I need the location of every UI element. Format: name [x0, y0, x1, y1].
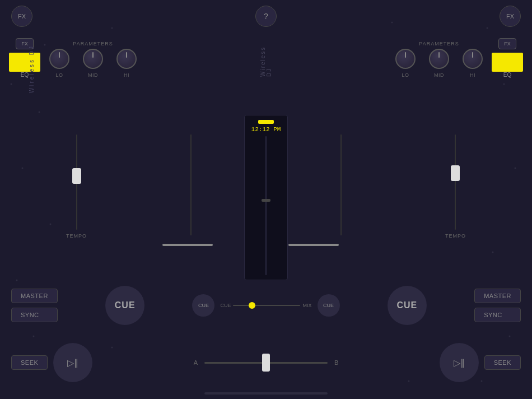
cue-mix-left-button[interactable]: CUE: [192, 294, 214, 317]
left-lo-knob-item: LO: [49, 49, 69, 78]
svg-point-4: [22, 168, 24, 169]
wireless-dj-label: Wireless DJ: [260, 48, 272, 76]
svg-point-14: [509, 336, 511, 337]
left-tempo-label: TEMPO: [66, 233, 87, 239]
left-lo-label: LO: [55, 72, 63, 78]
left-eq-display: [9, 53, 40, 72]
left-cue-button[interactable]: CUE: [105, 286, 144, 325]
left-tempo-fader: TEMPO: [66, 134, 87, 239]
right-params-label: PARAMETERS: [419, 41, 459, 47]
left-seek-button[interactable]: SEEK: [11, 355, 48, 370]
left-mid-knob-item: MID: [83, 49, 103, 78]
left-hi-knob-item: HI: [116, 49, 137, 78]
right-tempo-fader: TEMPO: [445, 134, 466, 239]
right-hi-label: HI: [470, 72, 475, 78]
mixer-center-panel: 12:12 PM: [244, 115, 288, 280]
cue-mix-right-button[interactable]: CUE: [318, 294, 340, 317]
left-lo-knob[interactable]: [49, 49, 69, 69]
eq-row: FX EQ PARAMETERS LO MID: [0, 38, 532, 78]
right-control-buttons: MASTER SYNC: [474, 289, 521, 322]
mixer-indicator: [258, 120, 274, 124]
svg-point-2: [11, 83, 12, 85]
center-cue-mix: CUE CUE MIX CUE: [192, 294, 339, 317]
right-lo-knob-item: LO: [395, 49, 416, 78]
crossfader-track[interactable]: [204, 362, 328, 364]
left-params-group: PARAMETERS LO MID HI: [49, 41, 137, 78]
crossfader-section: A B: [194, 359, 339, 366]
svg-point-7: [33, 336, 35, 337]
left-master-button[interactable]: MASTER: [11, 289, 58, 303]
crossfader-thumb[interactable]: [262, 354, 270, 372]
svg-point-12: [515, 168, 516, 169]
left-tempo-thumb[interactable]: [72, 168, 81, 184]
left-control-buttons: MASTER SYNC: [11, 289, 58, 322]
right-fx-small-button[interactable]: FX: [498, 38, 516, 49]
left-sync-button[interactable]: SYNC: [11, 308, 58, 322]
cue-buttons-row: MASTER SYNC CUE CUE CUE MIX CUE: [0, 286, 532, 325]
right-master-button[interactable]: MASTER: [474, 289, 521, 303]
right-hi-knob-item: HI: [463, 49, 483, 78]
mixer-fader-track[interactable]: [265, 136, 267, 275]
right-lo-knob[interactable]: [395, 49, 416, 69]
left-channel-fader[interactable]: [162, 244, 213, 246]
right-cue-button[interactable]: CUE: [388, 286, 427, 325]
right-eq-display: [492, 53, 523, 72]
right-tempo-track[interactable]: [455, 134, 456, 230]
left-eq-label: EQ: [21, 72, 29, 78]
bottom-indicator-bar: [204, 392, 328, 395]
right-play-button[interactable]: ▷∥: [440, 343, 479, 382]
right-mid-knob[interactable]: [429, 49, 449, 69]
left-transport: SEEK ▷∥: [11, 343, 92, 382]
crossfader-row: SEEK ▷∥ A B ▷∥ SEEK: [0, 343, 532, 382]
mix-slider-track[interactable]: [233, 305, 300, 306]
left-mid-knob[interactable]: [83, 49, 103, 69]
right-params-group: PARAMETERS LO MID HI: [395, 41, 483, 78]
right-channel-fader[interactable]: [288, 244, 339, 246]
right-eq-panel: FX EQ: [492, 38, 523, 78]
right-hi-knob[interactable]: [463, 49, 483, 69]
left-params-label: PARAMETERS: [73, 41, 113, 47]
left-tempo-track[interactable]: [76, 134, 77, 230]
right-eq-label: EQ: [503, 72, 511, 78]
crossfader-a-label: A: [194, 359, 198, 366]
left-volume-fader: [190, 134, 192, 235]
right-vol-track[interactable]: [340, 134, 342, 235]
svg-point-13: [492, 252, 494, 253]
left-eq-panel: FX EQ: [9, 38, 40, 78]
svg-point-8: [111, 27, 113, 29]
left-mid-label: MID: [88, 72, 98, 78]
mix-label-text: MIX: [302, 303, 311, 308]
left-fx-button[interactable]: FX: [11, 6, 32, 27]
top-row: FX ? FX: [0, 6, 532, 27]
right-transport: ▷∥ SEEK: [440, 343, 521, 382]
svg-point-10: [487, 27, 488, 29]
left-play-button[interactable]: ▷∥: [53, 343, 92, 382]
svg-point-5: [50, 224, 52, 225]
svg-point-11: [503, 83, 505, 85]
right-seek-button[interactable]: SEEK: [484, 355, 521, 370]
svg-point-6: [16, 280, 18, 281]
mixer-fader-thumb[interactable]: [262, 199, 270, 202]
cue-label-text: CUE: [220, 303, 231, 308]
svg-point-3: [39, 112, 40, 113]
right-sync-button[interactable]: SYNC: [474, 308, 521, 322]
mixer-time: 12:12 PM: [251, 126, 281, 133]
left-hi-label: HI: [124, 72, 129, 78]
bottom-bar: [0, 392, 532, 395]
right-mid-knob-item: MID: [429, 49, 449, 78]
help-button[interactable]: ?: [255, 6, 277, 27]
right-volume-fader: [340, 134, 342, 235]
right-tempo-label: TEMPO: [445, 233, 466, 239]
right-fx-button[interactable]: FX: [500, 6, 521, 27]
right-lo-label: LO: [402, 72, 409, 78]
cue-mix-slider: CUE MIX: [220, 303, 311, 308]
dj-app: FX ? FX FX EQ PARAMETERS: [0, 0, 532, 399]
left-vol-track[interactable]: [190, 134, 192, 235]
mix-slider-thumb[interactable]: [249, 302, 255, 309]
crossfader-b-label: B: [334, 359, 338, 366]
wireless-label-vertical: Wireless DJ: [29, 45, 35, 93]
right-mid-label: MID: [434, 72, 444, 78]
left-hi-knob[interactable]: [116, 49, 137, 69]
right-tempo-thumb[interactable]: [451, 165, 460, 181]
